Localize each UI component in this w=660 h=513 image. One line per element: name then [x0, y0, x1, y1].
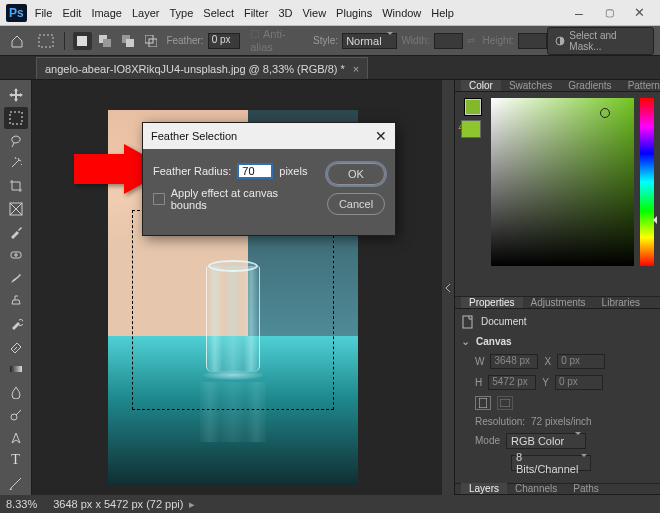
- intersect-selection-mode[interactable]: [141, 32, 160, 50]
- tool-bar: T: [0, 80, 32, 495]
- orient-portrait-icon[interactable]: [475, 396, 491, 410]
- dialog-title-bar[interactable]: Feather Selection ✕: [143, 123, 395, 149]
- menu-layer[interactable]: Layer: [132, 7, 160, 19]
- home-icon[interactable]: [8, 32, 27, 50]
- menu-filter[interactable]: Filter: [244, 7, 268, 19]
- menu-window[interactable]: Window: [382, 7, 421, 19]
- menu-bar: FileEditImageLayerTypeSelectFilter3DView…: [35, 7, 464, 19]
- close-button[interactable]: ✕: [624, 3, 654, 23]
- select-and-mask-button[interactable]: Select and Mask...: [547, 27, 654, 55]
- tab-properties[interactable]: Properties: [461, 297, 523, 308]
- width-field: [434, 33, 463, 49]
- menu-help[interactable]: Help: [431, 7, 454, 19]
- document-tab[interactable]: angelo-abear-IO8XRikqJU4-unsplash.jpg @ …: [36, 57, 368, 79]
- bits-select[interactable]: 8 Bits/Channel: [511, 455, 591, 471]
- document-dimensions: 3648 px x 5472 px (72 ppi): [53, 498, 183, 510]
- marquee-tool-badge[interactable]: [37, 32, 56, 50]
- gradient-tool[interactable]: [4, 358, 28, 380]
- tab-channels[interactable]: Channels: [507, 483, 565, 494]
- hue-slider[interactable]: [640, 98, 654, 266]
- cancel-button[interactable]: Cancel: [327, 193, 385, 215]
- canvas-y-field[interactable]: 0 px: [555, 375, 603, 390]
- menu-select[interactable]: Select: [203, 7, 234, 19]
- lasso-tool[interactable]: [4, 130, 28, 152]
- document-tab-label: angelo-abear-IO8XRikqJU4-unsplash.jpg @ …: [45, 63, 345, 75]
- feather-field[interactable]: 0 px: [208, 33, 241, 49]
- canvas-x-field[interactable]: 0 px: [557, 354, 605, 369]
- tab-paths[interactable]: Paths: [565, 483, 607, 494]
- tab-patterns[interactable]: Patterns: [620, 80, 660, 91]
- document-icon: [461, 315, 475, 329]
- layers-panel-tabs: Layers Channels Paths: [455, 483, 660, 495]
- svg-rect-12: [10, 366, 22, 372]
- svg-rect-5: [126, 39, 134, 47]
- zoom-level[interactable]: 8.33%: [6, 498, 37, 510]
- minimize-button[interactable]: –: [564, 3, 594, 23]
- tab-layers[interactable]: Layers: [461, 483, 507, 494]
- selection-marquee: [132, 210, 334, 410]
- marquee-tool[interactable]: [4, 107, 28, 129]
- path-tool[interactable]: [4, 472, 28, 494]
- status-chevron-icon[interactable]: ▸: [189, 498, 195, 511]
- clone-stamp-tool[interactable]: [4, 289, 28, 311]
- svg-rect-15: [463, 316, 472, 328]
- svg-rect-3: [103, 39, 111, 47]
- panel-collapse-strip[interactable]: [442, 80, 454, 495]
- chevron-down-icon[interactable]: ⌄: [461, 335, 470, 348]
- style-select[interactable]: Normal: [342, 33, 397, 49]
- feather-label: Feather:: [166, 35, 203, 46]
- magic-wand-tool[interactable]: [4, 152, 28, 174]
- eyedropper-tool[interactable]: [4, 221, 28, 243]
- maximize-button[interactable]: ▢: [594, 3, 624, 23]
- dialog-close-icon[interactable]: ✕: [375, 128, 387, 144]
- properties-panel-tabs: Properties Adjustments Libraries: [455, 297, 660, 309]
- healing-tool[interactable]: [4, 244, 28, 266]
- tab-libraries[interactable]: Libraries: [594, 297, 648, 308]
- tab-gradients[interactable]: Gradients: [560, 80, 619, 91]
- crop-tool[interactable]: [4, 175, 28, 197]
- menu-image[interactable]: Image: [91, 7, 122, 19]
- properties-doc-label: Document: [481, 316, 527, 327]
- move-tool[interactable]: [4, 84, 28, 106]
- feather-radius-input[interactable]: 70: [237, 163, 273, 179]
- mode-label: Mode: [475, 435, 500, 446]
- tab-swatches[interactable]: Swatches: [501, 80, 560, 91]
- subtract-selection-mode[interactable]: [119, 32, 138, 50]
- canvas-width-field[interactable]: 3648 px: [490, 354, 538, 369]
- ok-button[interactable]: OK: [327, 163, 385, 185]
- add-selection-mode[interactable]: [96, 32, 115, 50]
- color-picker[interactable]: [491, 98, 634, 266]
- dodge-tool[interactable]: [4, 404, 28, 426]
- eraser-tool[interactable]: [4, 335, 28, 357]
- feather-selection-dialog: Feather Selection ✕ Feather Radius: 70 p…: [142, 122, 396, 236]
- panel-dock: Color Swatches Gradients Patterns ⚠ Prop…: [454, 80, 660, 495]
- tab-color[interactable]: Color: [461, 80, 501, 91]
- height-field: [518, 33, 547, 49]
- menu-plugins[interactable]: Plugins: [336, 7, 372, 19]
- apply-bounds-checkbox[interactable]: [153, 193, 165, 205]
- pen-tool[interactable]: [4, 426, 28, 448]
- new-selection-mode[interactable]: [73, 32, 92, 50]
- mode-select[interactable]: RGB Color: [506, 433, 586, 449]
- brush-tool[interactable]: [4, 267, 28, 289]
- svg-rect-0: [39, 35, 53, 47]
- history-brush-tool[interactable]: [4, 312, 28, 334]
- color-panel-tabs: Color Swatches Gradients Patterns: [455, 80, 660, 92]
- menu-type[interactable]: Type: [170, 7, 194, 19]
- frame-tool[interactable]: [4, 198, 28, 220]
- orient-landscape-icon[interactable]: [497, 396, 513, 410]
- type-tool[interactable]: T: [4, 449, 28, 471]
- resolution-label: Resolution:: [475, 416, 525, 427]
- menu-3d[interactable]: 3D: [278, 7, 292, 19]
- tab-adjustments[interactable]: Adjustments: [523, 297, 594, 308]
- mask-icon: [554, 35, 565, 47]
- close-tab-icon[interactable]: ×: [353, 63, 359, 75]
- menu-file[interactable]: File: [35, 7, 53, 19]
- blur-tool[interactable]: [4, 381, 28, 403]
- canvas-height-field[interactable]: 5472 px: [488, 375, 536, 390]
- status-bar: 8.33% 3648 px x 5472 px (72 ppi) ▸: [0, 495, 660, 513]
- menu-edit[interactable]: Edit: [62, 7, 81, 19]
- menu-view[interactable]: View: [302, 7, 326, 19]
- canvas-area[interactable]: Feather Selection ✕ Feather Radius: 70 p…: [32, 80, 442, 495]
- fg-bg-swatch[interactable]: ⚠: [461, 98, 485, 138]
